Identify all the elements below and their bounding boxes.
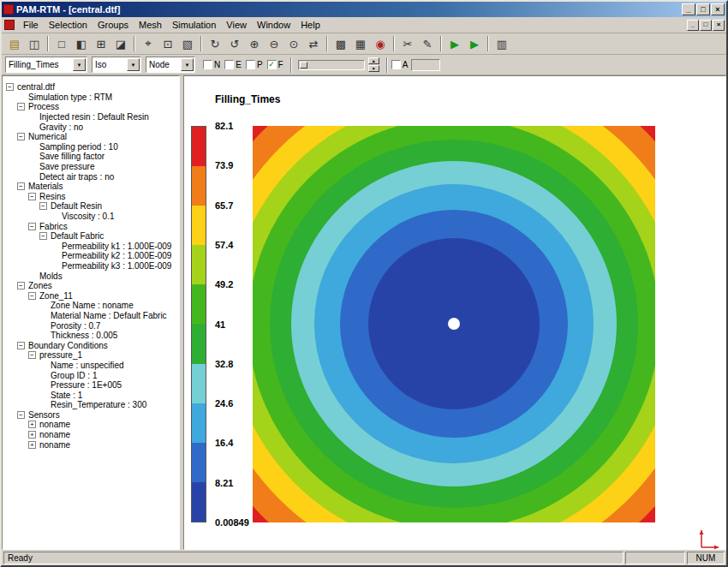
frame-slider[interactable] xyxy=(298,60,365,70)
collapse-icon[interactable]: − xyxy=(28,351,36,359)
collapse-icon[interactable]: − xyxy=(6,83,14,91)
checkbox-f[interactable]: ✓ xyxy=(267,60,277,69)
save-icon[interactable]: ◫ xyxy=(25,35,44,53)
expand-icon[interactable]: + xyxy=(28,441,36,449)
toggle-n[interactable]: N xyxy=(203,60,220,69)
close-button[interactable]: × xyxy=(711,3,725,15)
collapse-icon[interactable]: − xyxy=(17,182,25,190)
toggle-f[interactable]: ✓F xyxy=(267,60,283,69)
select-poly-icon[interactable]: ▧ xyxy=(178,35,197,53)
maximize-button[interactable]: □ xyxy=(696,3,710,15)
tree-item[interactable]: Save filling factor xyxy=(3,152,179,162)
rotate-view-icon[interactable]: ↻ xyxy=(206,35,224,53)
tree-item[interactable]: −pressure_1 xyxy=(3,350,179,361)
contour-plot-canvas[interactable] xyxy=(253,126,655,522)
tree-item[interactable]: −Zone_11 xyxy=(3,290,179,301)
menu-view[interactable]: View xyxy=(221,18,252,32)
chevron-down-icon[interactable]: ▼ xyxy=(73,58,86,71)
collapse-icon[interactable]: − xyxy=(17,282,25,289)
collapse-icon[interactable]: − xyxy=(28,292,36,300)
tree-item[interactable]: −Zones xyxy=(3,281,179,291)
expand-icon[interactable]: + xyxy=(28,421,36,428)
result-field-combo[interactable]: Filling_Times ▼ xyxy=(5,57,87,73)
toggle-p[interactable]: P xyxy=(246,60,263,69)
checkbox-n[interactable] xyxy=(203,60,212,69)
spinner-up-icon[interactable]: ▲ xyxy=(368,57,379,64)
collapse-icon[interactable]: − xyxy=(28,193,36,200)
tree-item[interactable]: Molds xyxy=(3,271,179,281)
chevron-down-icon[interactable]: ▼ xyxy=(181,58,194,71)
toggle-e[interactable]: E xyxy=(224,60,242,69)
tree-item[interactable]: −Sensors xyxy=(3,410,179,421)
tree-item[interactable]: −Materials xyxy=(3,182,179,192)
menu-groups[interactable]: Groups xyxy=(92,18,134,32)
open-icon[interactable]: ▤ xyxy=(5,35,24,53)
menu-help[interactable]: Help xyxy=(295,18,325,32)
tree-item[interactable]: Viscosity : 0.1 xyxy=(3,212,179,222)
zoom-in-icon[interactable]: ⊕ xyxy=(245,35,264,53)
display-style-combo[interactable]: Iso ▼ xyxy=(92,57,141,73)
expand-icon[interactable]: + xyxy=(28,431,36,439)
menu-mesh[interactable]: Mesh xyxy=(134,18,167,32)
tree-item[interactable]: Name : unspecified xyxy=(3,361,179,371)
tree-item[interactable]: Permeability k1 : 1.000E-009 xyxy=(3,242,179,252)
chevron-down-icon[interactable]: ▼ xyxy=(127,58,140,71)
anim-toggle[interactable]: A xyxy=(391,60,409,69)
tree-item[interactable]: −Process xyxy=(3,102,179,112)
run-simulation-icon[interactable]: ▶ xyxy=(445,35,464,53)
mdi-minimize-button[interactable]: _ xyxy=(687,20,699,31)
menu-window[interactable]: Window xyxy=(252,18,295,32)
tree-item[interactable]: Material Name : Default Fabric xyxy=(3,311,179,321)
checkbox-e[interactable] xyxy=(224,60,234,69)
tree-item[interactable]: Zone Name : noname xyxy=(3,301,179,311)
spinner-down-icon[interactable]: ▼ xyxy=(368,65,379,72)
entity-combo[interactable]: Node ▼ xyxy=(146,57,195,73)
menu-simulation[interactable]: Simulation xyxy=(167,18,221,32)
view-single-icon[interactable]: □ xyxy=(52,35,71,53)
viewport[interactable]: Filling_Times 82.173.965.757.449.24132.8… xyxy=(183,75,726,550)
tree-item[interactable]: −Default Resin xyxy=(3,201,179,212)
tree-item[interactable]: −Default Fabric xyxy=(3,231,179,242)
mdi-close-button[interactable]: × xyxy=(713,20,725,31)
collapse-icon[interactable]: − xyxy=(28,223,36,230)
cut-plane-icon[interactable]: ✂ xyxy=(398,35,417,53)
tree-item[interactable]: State : 1 xyxy=(3,390,179,400)
tree-item[interactable]: Permeability k2 : 1.000E-009 xyxy=(3,251,179,261)
tree-item[interactable]: Permeability k3 : 1.000E-009 xyxy=(3,261,179,272)
frame-slider-thumb[interactable] xyxy=(300,62,307,69)
tree-item[interactable]: Save pressure xyxy=(3,162,179,172)
tree-item[interactable]: −Resins xyxy=(3,192,179,202)
tree-item[interactable]: −Numerical xyxy=(3,132,179,142)
anim-checkbox[interactable] xyxy=(391,60,401,69)
tree-item[interactable]: Gravity : no xyxy=(3,122,179,132)
collapse-icon[interactable]: − xyxy=(17,133,25,140)
collapse-icon[interactable]: − xyxy=(17,411,25,419)
menu-selection[interactable]: Selection xyxy=(44,18,92,32)
select-box-icon[interactable]: ⊡ xyxy=(158,35,177,53)
menu-file[interactable]: File xyxy=(18,18,44,32)
tree-item[interactable]: +noname xyxy=(3,439,179,450)
annotate-icon[interactable]: ✎ xyxy=(418,35,437,53)
zoom-out-icon[interactable]: ⊖ xyxy=(265,35,283,53)
tree-item[interactable]: −Fabrics xyxy=(3,221,179,231)
pan-view-icon[interactable]: ⇄ xyxy=(304,35,323,53)
collapse-icon[interactable]: − xyxy=(39,232,47,240)
fit-view-icon[interactable]: ⊙ xyxy=(284,35,303,53)
shaded-icon[interactable]: ▦ xyxy=(351,35,370,53)
tree-item[interactable]: +noname xyxy=(3,430,179,440)
tree-item[interactable]: Detect air traps : no xyxy=(3,171,179,182)
collapse-icon[interactable]: − xyxy=(39,202,47,210)
checkbox-p[interactable] xyxy=(246,60,255,69)
tree-item[interactable]: +noname xyxy=(3,420,179,430)
tree-item[interactable]: Simulation type : RTM xyxy=(3,93,179,103)
contour-plot[interactable] xyxy=(253,126,655,522)
view-split-icon[interactable]: ◧ xyxy=(72,35,91,53)
reset-view-icon[interactable]: ↺ xyxy=(225,35,244,53)
tree-item[interactable]: Sampling period : 10 xyxy=(3,142,179,152)
tree-item[interactable]: Group ID : 1 xyxy=(3,370,179,380)
tree-item[interactable]: Porosity : 0.7 xyxy=(3,320,179,331)
select-icon[interactable]: ⌖ xyxy=(139,35,158,53)
tree-item[interactable]: −central.dtf xyxy=(3,82,179,93)
view-cascade-icon[interactable]: ◪ xyxy=(111,35,130,53)
collapse-icon[interactable]: − xyxy=(17,103,25,110)
